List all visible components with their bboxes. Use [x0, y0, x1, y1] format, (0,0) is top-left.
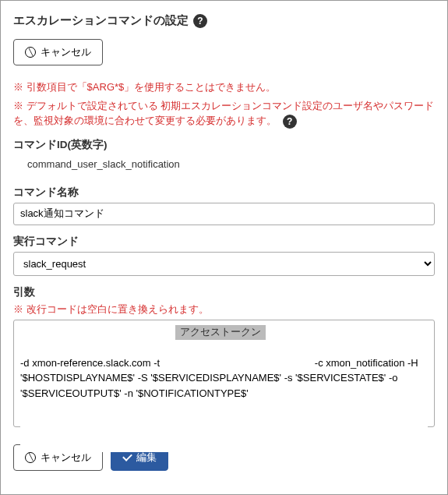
help-icon[interactable]: ? [193, 14, 207, 28]
arguments-note: ※ 改行コードは空白に置き換えられます。 [13, 302, 435, 316]
arguments-label: 引数 [13, 285, 435, 299]
check-icon [122, 454, 132, 461]
warning-text-1: ※ 引数項目で「$ARG*$」を使用することはできません。 [13, 80, 435, 95]
warning-text-2: ※ デフォルトで設定されている 初期エスカレーションコマンド設定のユーザ名やパス… [13, 98, 435, 129]
command-id-value: command_user_slack_notification [13, 155, 435, 176]
cancel-button-label: キャンセル [41, 45, 91, 59]
exec-command-select[interactable]: slack_request [13, 252, 435, 276]
command-name-input[interactable] [13, 203, 435, 225]
cancel-icon: ╲ [25, 47, 36, 58]
page-title: エスカレーションコマンドの設定 ? [13, 13, 435, 28]
exec-command-label: 実行コマンド [13, 235, 435, 249]
arguments-textarea[interactable] [13, 320, 435, 427]
help-icon[interactable]: ? [283, 115, 297, 129]
arguments-textarea-content[interactable] [20, 355, 428, 452]
page-title-text: エスカレーションコマンドの設定 [13, 13, 189, 28]
command-id-label: コマンドID(英数字) [13, 138, 435, 152]
command-name-label: コマンド名称 [13, 186, 435, 200]
cancel-button-top[interactable]: ╲ キャンセル [13, 39, 103, 65]
